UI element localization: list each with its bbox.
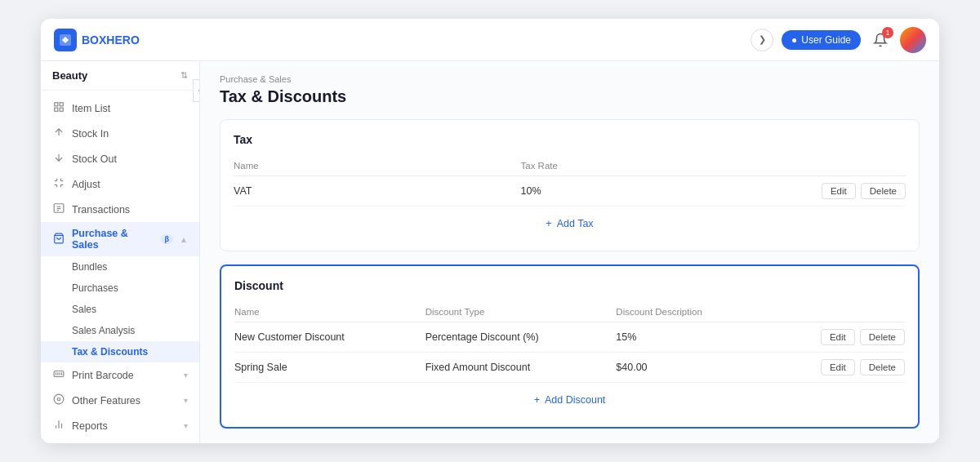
sidebar-item-item-list[interactable]: Item List	[41, 96, 199, 121]
discount-edit-button-0[interactable]: Edit	[821, 329, 855, 345]
avatar[interactable]	[900, 27, 926, 53]
add-tax-plus-icon: +	[546, 218, 551, 229]
logo-icon	[54, 29, 77, 51]
sidebar-item-bundles[interactable]: Bundles	[41, 256, 199, 278]
bundles-label: Bundles	[72, 261, 107, 273]
svg-rect-4	[60, 108, 63, 111]
breadcrumb: Purchase & Sales	[220, 74, 920, 84]
tax-row-name: VAT	[234, 185, 521, 197]
sidebar-item-stock-in[interactable]: Stock In	[41, 121, 199, 146]
svg-point-16	[57, 398, 60, 401]
collapse-button[interactable]: ❯	[751, 29, 773, 51]
transactions-icon	[52, 202, 65, 216]
add-tax-button[interactable]: + Add Tax	[234, 210, 906, 238]
discount-row-0: New Customer Discount Percentage Discoun…	[234, 322, 905, 353]
sales-analysis-label: Sales Analysis	[72, 325, 135, 336]
purchases-label: Purchases	[72, 282, 118, 294]
header: BOXHERO ❯ ● User Guide 1	[41, 19, 939, 61]
discount-row-type: Percentage Discount (%)	[425, 331, 617, 343]
workspace-toggle-icon: ⇅	[180, 70, 188, 81]
discount-col-name: Name	[234, 307, 425, 317]
discount-row-1-actions: Edit Delete	[807, 359, 905, 375]
tax-row-rate: 10%	[521, 185, 808, 197]
stock-in-icon	[52, 127, 65, 140]
sidebar-item-label: Reports	[72, 420, 177, 432]
discount-section-title: Discount	[234, 279, 905, 292]
add-discount-label: Add Discount	[545, 394, 605, 406]
sidebar-item-label: Print Barcode	[72, 370, 177, 381]
discount-edit-button-1[interactable]: Edit	[821, 359, 855, 375]
app-container: BOXHERO ❯ ● User Guide 1 Beauty	[41, 19, 939, 443]
svg-rect-2	[60, 103, 63, 106]
discount-delete-button-0[interactable]: Delete	[860, 329, 905, 345]
notification-button[interactable]: 1	[869, 29, 892, 51]
sidebar-item-purchases[interactable]: Purchases	[41, 278, 199, 299]
sidebar-collapse-button[interactable]: ‹	[193, 79, 200, 102]
sidebar-item-sales-analysis[interactable]: Sales Analysis	[41, 320, 199, 341]
discount-col-actions	[807, 307, 905, 317]
sidebar: Beauty ⇅ ‹ Item List	[41, 61, 200, 443]
svg-rect-3	[55, 108, 58, 111]
discount-col-desc: Discount Description	[616, 307, 807, 317]
discount-row-desc: 15%	[616, 331, 807, 343]
content-area: Purchase & Sales Tax & Discounts Tax Nam…	[200, 61, 939, 443]
svg-point-15	[54, 394, 64, 404]
tax-section: Tax Name Tax Rate VAT 10% Edit Delete +	[220, 119, 920, 251]
workspace-name: Beauty	[52, 69, 87, 82]
main: Beauty ⇅ ‹ Item List	[41, 61, 939, 443]
reports-icon	[52, 419, 65, 433]
purchase-sales-badge: β	[161, 234, 174, 244]
workspace-selector[interactable]: Beauty ⇅	[41, 61, 199, 91]
tax-col-actions	[808, 161, 906, 171]
discount-section: Discount Name Discount Type Discount Des…	[220, 264, 920, 429]
stock-out-icon	[52, 152, 65, 166]
add-tax-label: Add Tax	[557, 218, 594, 229]
user-guide-button[interactable]: ● User Guide	[782, 30, 861, 50]
sales-label: Sales	[72, 304, 96, 315]
sidebar-nav: Item List Stock In Stock Out	[41, 91, 199, 443]
sidebar-item-purchase-sales[interactable]: Purchase & Sales β ▲	[41, 222, 199, 256]
page-title: Tax & Discounts	[220, 87, 920, 106]
tax-col-name: Name	[234, 161, 521, 171]
sidebar-item-transactions[interactable]: Transactions	[41, 197, 199, 222]
tax-discounts-label: Tax & Discounts	[72, 346, 148, 358]
sidebar-item-label: Stock In	[72, 128, 188, 140]
sidebar-item-sales[interactable]: Sales	[41, 299, 199, 320]
add-discount-plus-icon: +	[534, 394, 540, 406]
adjust-icon	[52, 177, 65, 191]
tax-section-title: Tax	[234, 133, 906, 146]
discount-row-name: Spring Sale	[234, 362, 425, 373]
tax-table-header: Name Tax Rate	[234, 156, 906, 176]
tax-edit-button[interactable]: Edit	[822, 183, 856, 199]
sidebar-item-reports[interactable]: Reports ▾	[41, 413, 199, 438]
sidebar-item-adjust[interactable]: Adjust	[41, 171, 199, 197]
sidebar-item-stock-out[interactable]: Stock Out	[41, 146, 199, 171]
sidebar-item-print-barcode[interactable]: Print Barcode ▾	[41, 362, 199, 388]
purchase-sales-icon	[52, 233, 65, 247]
discount-row-1: Spring Sale Fixed Amount Discount $40.00…	[234, 353, 905, 383]
item-list-icon	[52, 101, 65, 115]
discount-row-name: New Customer Discount	[234, 331, 425, 343]
discount-row-0-actions: Edit Delete	[807, 329, 905, 345]
svg-rect-1	[55, 103, 58, 106]
discount-col-type: Discount Type	[425, 307, 617, 317]
user-guide-label: User Guide	[801, 34, 851, 46]
discount-delete-button-1[interactable]: Delete	[860, 359, 905, 375]
add-discount-button[interactable]: + Add Discount	[234, 386, 905, 414]
sidebar-item-tax-discounts[interactable]: Tax & Discounts	[41, 341, 199, 362]
sidebar-item-label: Transactions	[72, 204, 188, 215]
chevron-down-icon: ▾	[184, 421, 188, 430]
chevron-down-icon: ▾	[184, 371, 188, 380]
tax-delete-button[interactable]: Delete	[861, 183, 906, 199]
sidebar-item-data-center[interactable]: Data Center ▾	[41, 438, 199, 443]
user-guide-icon: ●	[791, 34, 797, 46]
other-features-icon	[52, 393, 65, 407]
sidebar-item-other-features[interactable]: Other Features ▾	[41, 388, 199, 413]
notification-badge: 1	[882, 27, 893, 38]
tax-col-rate: Tax Rate	[521, 161, 808, 171]
discount-table-header: Name Discount Type Discount Description	[234, 302, 905, 322]
logo: BOXHERO	[54, 29, 140, 51]
chevron-up-icon: ▲	[180, 235, 188, 244]
sidebar-item-label: Item List	[72, 103, 188, 114]
sidebar-item-label: Adjust	[72, 179, 188, 190]
